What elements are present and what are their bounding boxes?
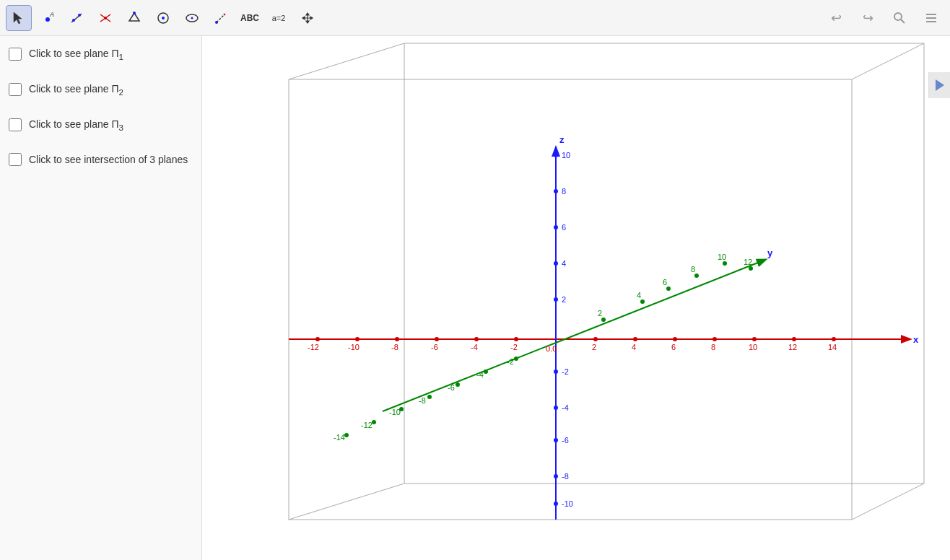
svg-text:-6: -6 <box>431 343 438 351</box>
svg-point-59 <box>593 337 598 341</box>
svg-point-86 <box>601 318 606 322</box>
svg-text:-2: -2 <box>507 357 514 366</box>
svg-text:-4: -4 <box>476 370 484 379</box>
svg-text:-14: -14 <box>334 433 345 442</box>
move-tool[interactable] <box>295 5 321 31</box>
svg-text:-8: -8 <box>419 396 426 405</box>
svg-text:6: 6 <box>671 343 676 351</box>
svg-point-49 <box>554 369 558 374</box>
svg-point-41 <box>554 189 558 193</box>
plane3-checkbox[interactable] <box>9 118 22 131</box>
svg-text:10: 10 <box>562 151 570 159</box>
menu-button[interactable] <box>918 5 944 31</box>
svg-point-9 <box>133 12 136 14</box>
select-tool[interactable] <box>6 5 32 31</box>
polygon-tool[interactable] <box>121 5 147 31</box>
svg-text:8: 8 <box>711 343 715 351</box>
svg-text:-10: -10 <box>562 499 573 508</box>
canvas-area[interactable]: x y z 10 8 6 4 2 -2 -4 -6 -8 -10 <box>202 36 950 560</box>
svg-point-83 <box>315 337 320 341</box>
intersection-row: Click to see intersection of 3 planes <box>9 153 193 166</box>
svg-text:-2: -2 <box>510 343 518 351</box>
right-panel-button[interactable] <box>928 72 950 98</box>
line-tool[interactable] <box>64 5 90 31</box>
svg-text:12: 12 <box>744 258 752 266</box>
point-tool[interactable]: A <box>35 5 61 31</box>
undo-button[interactable]: ↩ <box>823 5 849 31</box>
graph-svg[interactable]: x y z 10 8 6 4 2 -2 -4 -6 -8 -10 <box>202 36 950 560</box>
svg-point-55 <box>554 474 558 478</box>
svg-point-98 <box>514 356 518 361</box>
svg-point-47 <box>554 297 558 302</box>
left-panel: Click to see plane Π1 Click to see plane… <box>0 36 202 560</box>
svg-point-7 <box>104 17 107 19</box>
conic-tool[interactable] <box>179 5 205 31</box>
svg-point-69 <box>792 337 796 341</box>
svg-point-63 <box>673 337 677 341</box>
svg-point-67 <box>752 337 757 341</box>
svg-text:-12: -12 <box>308 343 319 351</box>
svg-point-104 <box>427 395 432 399</box>
svg-point-51 <box>554 406 558 410</box>
svg-point-3 <box>72 19 75 22</box>
svg-line-36 <box>289 484 404 520</box>
svg-text:12: 12 <box>788 343 797 351</box>
svg-text:10: 10 <box>749 343 757 351</box>
svg-text:-6: -6 <box>562 436 569 445</box>
svg-text:-12: -12 <box>361 421 372 429</box>
svg-text:2: 2 <box>562 295 566 304</box>
svg-point-79 <box>395 337 399 341</box>
svg-marker-26 <box>936 79 944 91</box>
svg-point-39 <box>554 153 558 157</box>
svg-point-90 <box>666 286 671 291</box>
svg-text:-4: -4 <box>471 343 478 351</box>
svg-line-31 <box>289 43 404 79</box>
svg-text:4: 4 <box>632 343 636 351</box>
text-tool-label: ABC <box>240 13 259 23</box>
plane2-label[interactable]: Click to see plane Π2 <box>29 83 123 97</box>
svg-text:14: 14 <box>828 343 837 351</box>
svg-point-81 <box>355 337 359 341</box>
toolbar: A ABC a=2 ↩ ↪ <box>0 0 950 36</box>
plane3-label[interactable]: Click to see plane Π3 <box>29 118 123 132</box>
svg-text:8: 8 <box>691 265 695 274</box>
y-axis <box>383 260 765 411</box>
svg-point-94 <box>723 261 727 266</box>
svg-point-45 <box>554 261 558 266</box>
svg-text:2: 2 <box>598 309 602 318</box>
svg-point-100 <box>484 369 488 374</box>
svg-text:-10: -10 <box>348 343 359 351</box>
svg-text:0.0: 0.0 <box>546 344 557 353</box>
svg-line-14 <box>217 14 225 22</box>
svg-point-88 <box>640 299 645 304</box>
redo-button[interactable]: ↪ <box>855 5 881 31</box>
svg-line-18 <box>901 19 905 23</box>
intersection-label[interactable]: Click to see intersection of 3 planes <box>29 154 188 165</box>
svg-text:6: 6 <box>562 223 566 232</box>
plane1-checkbox[interactable] <box>9 48 22 61</box>
intersect-tool[interactable] <box>92 5 118 31</box>
text-tool[interactable]: ABC <box>237 5 263 31</box>
intersection-checkbox[interactable] <box>9 153 22 166</box>
svg-point-75 <box>474 337 479 341</box>
svg-text:-4: -4 <box>562 403 569 412</box>
svg-text:-6: -6 <box>448 383 455 392</box>
svg-point-11 <box>162 17 165 19</box>
svg-line-32 <box>852 43 924 79</box>
y-axis-label: y <box>767 248 773 258</box>
svg-point-53 <box>554 438 558 442</box>
plane1-label[interactable]: Click to see plane Π1 <box>29 48 123 61</box>
search-button[interactable] <box>886 5 912 31</box>
transform-tool[interactable] <box>208 5 234 31</box>
svg-point-43 <box>554 225 558 229</box>
svg-point-102 <box>456 382 460 387</box>
z-axis-label: z <box>559 134 565 145</box>
slider-tool[interactable]: a=2 <box>266 5 292 31</box>
svg-point-57 <box>554 502 558 506</box>
plane3-row: Click to see plane Π3 <box>9 118 193 132</box>
circle-tool[interactable] <box>150 5 176 31</box>
svg-point-13 <box>191 17 193 19</box>
plane2-checkbox[interactable] <box>9 83 22 96</box>
svg-point-77 <box>435 337 439 341</box>
svg-point-96 <box>749 266 753 271</box>
